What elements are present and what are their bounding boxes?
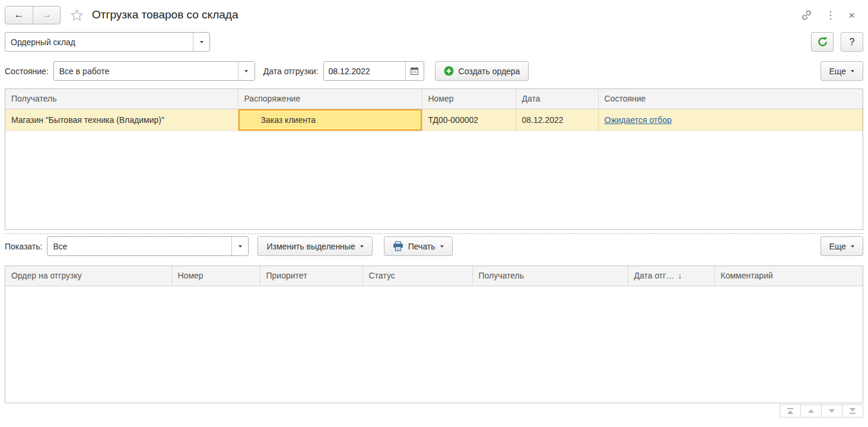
forward-arrow-icon: → <box>42 9 52 21</box>
actions-row: Показать: Все Изменить выделенные Печать… <box>5 236 863 256</box>
help-button[interactable]: ? <box>841 32 863 52</box>
calendar-icon[interactable] <box>405 62 424 80</box>
cell-number[interactable]: ТД00-000002 <box>422 109 516 131</box>
more-actions-label: Еще <box>829 67 847 76</box>
shipment-orders-table: Ордер на отгрузку Номер Приоритет Статус… <box>5 265 863 403</box>
show-filter-value: Все <box>47 242 231 251</box>
column-header-ship-date[interactable]: Дата отг…↓ <box>628 266 714 286</box>
show-filter-label: Показать: <box>5 242 42 251</box>
more-actions-button-top[interactable]: Еще <box>821 61 864 81</box>
column-header-priority[interactable]: Приоритет <box>260 266 363 286</box>
edit-selected-label: Изменить выделенные <box>266 242 355 251</box>
print-button[interactable]: Печать <box>384 236 453 256</box>
plus-circle-icon <box>444 66 454 76</box>
orders-table: Получатель Распоряжение Номер Дата Состо… <box>5 88 863 230</box>
create-orders-label: Создать ордера <box>459 67 520 76</box>
scroll-to-top-button[interactable] <box>780 404 801 417</box>
form-shipment-from-warehouse: ← → Отгрузка товаров со склада ⋮ × Ордер… <box>0 0 868 417</box>
ship-date-field <box>323 61 424 81</box>
column-header-order[interactable]: Распоряжение <box>238 89 422 109</box>
sort-descending-icon: ↓ <box>678 271 682 280</box>
back-arrow-icon: ← <box>14 9 24 21</box>
scroll-down-button[interactable] <box>821 404 842 417</box>
column-header-number[interactable]: Номер <box>171 266 260 286</box>
print-label: Печать <box>408 242 435 251</box>
back-button[interactable]: ← <box>5 7 33 24</box>
chevron-down-icon <box>851 245 854 248</box>
chevron-down-icon <box>851 70 854 72</box>
more-menu-icon[interactable]: ⋮ <box>825 10 835 20</box>
scroll-top-icon <box>787 410 793 414</box>
show-filter-select[interactable]: Все <box>47 236 249 256</box>
scroll-bottom-icon <box>850 408 856 412</box>
warehouse-row: Ордерный склад ? <box>5 32 863 52</box>
filter-row: Состояние: Все в работе Дата отгрузки: С… <box>5 61 863 81</box>
scroll-nav-row <box>5 404 863 417</box>
table-row: Магазин "Бытовая техника (Владимир)" Зак… <box>5 109 863 131</box>
cell-order-selected[interactable]: Заказ клиента <box>238 109 422 131</box>
refresh-button[interactable] <box>811 32 834 52</box>
column-header-number[interactable]: Номер <box>422 89 516 109</box>
column-header-date[interactable]: Дата <box>516 89 598 109</box>
close-icon[interactable]: × <box>848 10 855 21</box>
warehouse-select-value: Ордерный склад <box>5 37 193 47</box>
scroll-to-bottom-button[interactable] <box>842 404 863 417</box>
chevron-down-icon <box>360 245 364 248</box>
ship-date-input[interactable] <box>324 62 405 80</box>
title-bar: ← → Отгрузка товаров со склада ⋮ × <box>5 5 863 25</box>
chevron-down-icon[interactable] <box>193 33 209 51</box>
cell-status: Ожидается отбор <box>598 109 863 131</box>
get-link-icon[interactable] <box>801 10 812 21</box>
column-header-shipment-order[interactable]: Ордер на отгрузку <box>5 266 171 286</box>
more-actions-label: Еще <box>829 242 847 251</box>
forward-button[interactable]: → <box>33 7 60 24</box>
scroll-up-icon <box>808 409 814 413</box>
printer-icon <box>393 241 403 251</box>
create-orders-button[interactable]: Создать ордера <box>435 61 529 81</box>
cell-recipient[interactable]: Магазин "Бытовая техника (Владимир)" <box>5 109 238 131</box>
chevron-down-icon <box>440 245 444 248</box>
column-header-status[interactable]: Состояние <box>598 89 863 109</box>
page-title: Отгрузка товаров со склада <box>92 8 238 21</box>
state-filter-select[interactable]: Все в работе <box>53 61 255 81</box>
status-link[interactable]: Ожидается отбор <box>605 115 672 125</box>
warehouse-select[interactable]: Ордерный склад <box>5 32 210 52</box>
more-actions-button-bottom[interactable]: Еще <box>821 236 864 256</box>
scroll-up-button[interactable] <box>800 404 822 417</box>
scroll-down-icon <box>829 409 835 413</box>
chevron-down-icon[interactable] <box>231 237 248 255</box>
favorite-star-icon[interactable] <box>70 8 84 22</box>
orders-table-header: Получатель Распоряжение Номер Дата Состо… <box>5 89 863 109</box>
refresh-icon <box>817 36 828 48</box>
chevron-down-icon[interactable] <box>238 62 255 80</box>
splitter[interactable] <box>5 233 863 234</box>
column-header-status[interactable]: Статус <box>363 266 472 286</box>
history-nav-group: ← → <box>5 6 61 24</box>
state-filter-label: Состояние: <box>5 67 49 76</box>
shipment-table-header: Ордер на отгрузку Номер Приоритет Статус… <box>5 266 863 286</box>
column-header-recipient[interactable]: Получатель <box>472 266 628 286</box>
column-header-comment[interactable]: Комментарий <box>714 266 863 286</box>
edit-selected-button[interactable]: Изменить выделенные <box>257 236 372 256</box>
state-filter-value: Все в работе <box>54 67 238 76</box>
cell-date[interactable]: 08.12.2022 <box>516 109 598 131</box>
ship-date-column-label: Дата отг… <box>634 271 675 280</box>
column-header-recipient[interactable]: Получатель <box>5 89 238 109</box>
ship-date-label: Дата отгрузки: <box>263 67 319 76</box>
